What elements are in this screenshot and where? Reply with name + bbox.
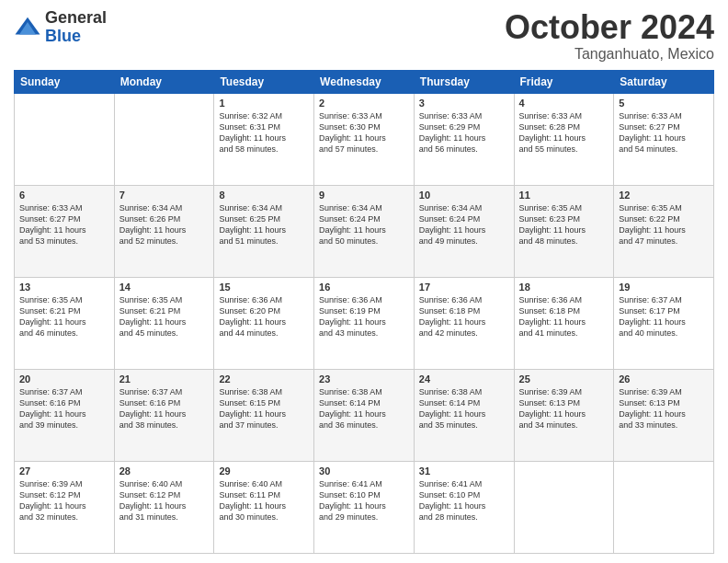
calendar-table: SundayMondayTuesdayWednesdayThursdayFrid… [14, 70, 714, 554]
logo: General Blue [14, 9, 107, 46]
calendar-cell: 9Sunrise: 6:34 AM Sunset: 6:24 PM Daylig… [314, 185, 415, 277]
cell-daylight-info: Sunrise: 6:33 AM Sunset: 6:27 PM Dayligh… [19, 202, 109, 247]
page: General Blue October 2024 Tanganhuato, M… [0, 0, 728, 563]
day-number: 12 [619, 190, 709, 201]
calendar-cell: 4Sunrise: 6:33 AM Sunset: 6:28 PM Daylig… [514, 93, 614, 185]
cell-daylight-info: Sunrise: 6:36 AM Sunset: 6:18 PM Dayligh… [419, 294, 509, 339]
calendar-week-4: 20Sunrise: 6:37 AM Sunset: 6:16 PM Dayli… [15, 369, 714, 461]
day-number: 23 [319, 373, 409, 385]
day-number: 2 [319, 98, 409, 109]
calendar-cell: 27Sunrise: 6:39 AM Sunset: 6:12 PM Dayli… [15, 461, 115, 553]
weekday-header-tuesday: Tuesday [214, 70, 314, 93]
cell-daylight-info: Sunrise: 6:37 AM Sunset: 6:16 PM Dayligh… [119, 386, 210, 431]
weekday-header-friday: Friday [514, 70, 614, 93]
cell-daylight-info: Sunrise: 6:36 AM Sunset: 6:20 PM Dayligh… [219, 294, 309, 339]
calendar-cell: 3Sunrise: 6:33 AM Sunset: 6:29 PM Daylig… [414, 93, 514, 185]
cell-daylight-info: Sunrise: 6:36 AM Sunset: 6:19 PM Dayligh… [319, 294, 409, 339]
day-number: 17 [419, 282, 509, 293]
calendar-cell: 17Sunrise: 6:36 AM Sunset: 6:18 PM Dayli… [414, 277, 514, 369]
day-number: 15 [219, 282, 309, 293]
day-number: 7 [119, 190, 210, 201]
calendar-cell: 29Sunrise: 6:40 AM Sunset: 6:11 PM Dayli… [214, 461, 314, 553]
calendar-cell: 15Sunrise: 6:36 AM Sunset: 6:20 PM Dayli… [214, 277, 314, 369]
calendar-cell: 22Sunrise: 6:38 AM Sunset: 6:15 PM Dayli… [214, 369, 314, 461]
day-number: 4 [519, 98, 609, 109]
day-number: 31 [419, 465, 509, 477]
cell-daylight-info: Sunrise: 6:41 AM Sunset: 6:10 PM Dayligh… [319, 478, 409, 523]
weekday-header-thursday: Thursday [414, 70, 514, 93]
calendar-cell [15, 93, 115, 185]
cell-daylight-info: Sunrise: 6:38 AM Sunset: 6:14 PM Dayligh… [319, 386, 409, 431]
cell-daylight-info: Sunrise: 6:35 AM Sunset: 6:23 PM Dayligh… [519, 202, 609, 247]
cell-daylight-info: Sunrise: 6:39 AM Sunset: 6:13 PM Dayligh… [619, 386, 709, 431]
calendar-cell: 18Sunrise: 6:36 AM Sunset: 6:18 PM Dayli… [514, 277, 614, 369]
day-number: 14 [119, 282, 210, 293]
cell-daylight-info: Sunrise: 6:34 AM Sunset: 6:26 PM Dayligh… [119, 202, 210, 247]
cell-daylight-info: Sunrise: 6:38 AM Sunset: 6:15 PM Dayligh… [219, 386, 309, 431]
calendar-cell: 8Sunrise: 6:34 AM Sunset: 6:25 PM Daylig… [214, 185, 314, 277]
cell-daylight-info: Sunrise: 6:37 AM Sunset: 6:16 PM Dayligh… [19, 386, 109, 431]
cell-daylight-info: Sunrise: 6:33 AM Sunset: 6:27 PM Dayligh… [619, 110, 709, 155]
calendar-cell [114, 93, 214, 185]
calendar-cell: 6Sunrise: 6:33 AM Sunset: 6:27 PM Daylig… [15, 185, 115, 277]
day-number: 30 [319, 465, 409, 477]
calendar-week-1: 1Sunrise: 6:32 AM Sunset: 6:31 PM Daylig… [15, 93, 714, 185]
weekday-header-row: SundayMondayTuesdayWednesdayThursdayFrid… [15, 70, 714, 93]
day-number: 18 [519, 282, 609, 293]
calendar-cell: 13Sunrise: 6:35 AM Sunset: 6:21 PM Dayli… [15, 277, 115, 369]
weekday-header-wednesday: Wednesday [314, 70, 415, 93]
logo-text: General Blue [45, 9, 107, 46]
day-number: 3 [419, 98, 509, 109]
cell-daylight-info: Sunrise: 6:36 AM Sunset: 6:18 PM Dayligh… [519, 294, 609, 339]
cell-daylight-info: Sunrise: 6:33 AM Sunset: 6:28 PM Dayligh… [519, 110, 609, 155]
day-number: 1 [219, 98, 309, 109]
calendar-cell: 30Sunrise: 6:41 AM Sunset: 6:10 PM Dayli… [314, 461, 415, 553]
cell-daylight-info: Sunrise: 6:33 AM Sunset: 6:29 PM Dayligh… [419, 110, 509, 155]
calendar-cell: 2Sunrise: 6:33 AM Sunset: 6:30 PM Daylig… [314, 93, 415, 185]
calendar-cell: 12Sunrise: 6:35 AM Sunset: 6:22 PM Dayli… [614, 185, 714, 277]
day-number: 29 [219, 465, 309, 477]
day-number: 21 [119, 373, 210, 385]
cell-daylight-info: Sunrise: 6:33 AM Sunset: 6:30 PM Dayligh… [319, 110, 409, 155]
month-title: October 2024 [505, 9, 714, 46]
calendar-cell: 26Sunrise: 6:39 AM Sunset: 6:13 PM Dayli… [614, 369, 714, 461]
day-number: 11 [519, 190, 609, 201]
day-number: 22 [219, 373, 309, 385]
calendar-cell: 25Sunrise: 6:39 AM Sunset: 6:13 PM Dayli… [514, 369, 614, 461]
calendar-cell [614, 461, 714, 553]
calendar-cell: 23Sunrise: 6:38 AM Sunset: 6:14 PM Dayli… [314, 369, 415, 461]
day-number: 27 [19, 465, 109, 477]
calendar-cell: 21Sunrise: 6:37 AM Sunset: 6:16 PM Dayli… [114, 369, 214, 461]
day-number: 20 [19, 373, 109, 385]
cell-daylight-info: Sunrise: 6:40 AM Sunset: 6:12 PM Dayligh… [119, 478, 210, 523]
title-block: October 2024 Tanganhuato, Mexico [505, 9, 714, 63]
cell-daylight-info: Sunrise: 6:35 AM Sunset: 6:21 PM Dayligh… [119, 294, 210, 339]
calendar-cell: 24Sunrise: 6:38 AM Sunset: 6:14 PM Dayli… [414, 369, 514, 461]
calendar-cell: 28Sunrise: 6:40 AM Sunset: 6:12 PM Dayli… [114, 461, 214, 553]
logo-general: General [45, 9, 107, 28]
calendar-cell: 5Sunrise: 6:33 AM Sunset: 6:27 PM Daylig… [614, 93, 714, 185]
calendar-week-2: 6Sunrise: 6:33 AM Sunset: 6:27 PM Daylig… [15, 185, 714, 277]
calendar-cell [514, 461, 614, 553]
calendar-cell: 20Sunrise: 6:37 AM Sunset: 6:16 PM Dayli… [15, 369, 115, 461]
calendar-cell: 11Sunrise: 6:35 AM Sunset: 6:23 PM Dayli… [514, 185, 614, 277]
cell-daylight-info: Sunrise: 6:34 AM Sunset: 6:24 PM Dayligh… [419, 202, 509, 247]
cell-daylight-info: Sunrise: 6:40 AM Sunset: 6:11 PM Dayligh… [219, 478, 309, 523]
calendar-cell: 1Sunrise: 6:32 AM Sunset: 6:31 PM Daylig… [214, 93, 314, 185]
cell-daylight-info: Sunrise: 6:41 AM Sunset: 6:10 PM Dayligh… [419, 478, 509, 523]
calendar-cell: 7Sunrise: 6:34 AM Sunset: 6:26 PM Daylig… [114, 185, 214, 277]
calendar-cell: 31Sunrise: 6:41 AM Sunset: 6:10 PM Dayli… [414, 461, 514, 553]
day-number: 9 [319, 190, 409, 201]
weekday-header-saturday: Saturday [614, 70, 714, 93]
day-number: 24 [419, 373, 509, 385]
cell-daylight-info: Sunrise: 6:35 AM Sunset: 6:21 PM Dayligh… [19, 294, 109, 339]
cell-daylight-info: Sunrise: 6:37 AM Sunset: 6:17 PM Dayligh… [619, 294, 709, 339]
day-number: 19 [619, 282, 709, 293]
day-number: 28 [119, 465, 210, 477]
calendar-cell: 14Sunrise: 6:35 AM Sunset: 6:21 PM Dayli… [114, 277, 214, 369]
calendar-cell: 16Sunrise: 6:36 AM Sunset: 6:19 PM Dayli… [314, 277, 415, 369]
day-number: 26 [619, 373, 709, 385]
calendar-week-3: 13Sunrise: 6:35 AM Sunset: 6:21 PM Dayli… [15, 277, 714, 369]
calendar-week-5: 27Sunrise: 6:39 AM Sunset: 6:12 PM Dayli… [15, 461, 714, 553]
calendar-cell: 19Sunrise: 6:37 AM Sunset: 6:17 PM Dayli… [614, 277, 714, 369]
